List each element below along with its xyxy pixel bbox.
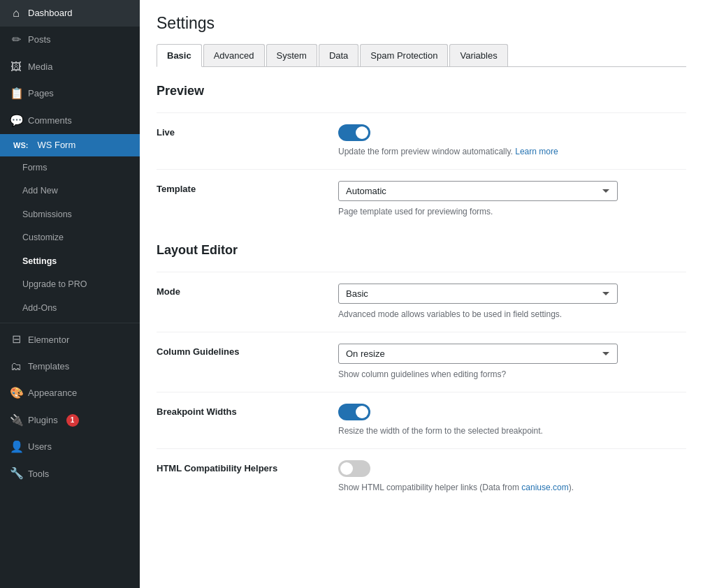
plugins-label: Plugins bbox=[28, 414, 58, 427]
column-guidelines-label: Column Guidelines bbox=[157, 344, 338, 357]
elementor-label: Elementor bbox=[28, 334, 69, 346]
template-help: Page template used for previewing forms. bbox=[338, 205, 686, 218]
caniuse-link[interactable]: caniuse.com bbox=[521, 483, 568, 492]
appearance-label: Appearance bbox=[28, 387, 77, 399]
tab-variables[interactable]: Variables bbox=[449, 44, 507, 66]
breakpoint-widths-toggle-slider bbox=[338, 404, 370, 420]
templates-label: Templates bbox=[28, 360, 69, 373]
sidebar-item-forms[interactable]: Forms bbox=[0, 156, 140, 180]
add-ons-label: Add-Ons bbox=[22, 302, 57, 315]
tools-icon: 🔧 bbox=[10, 466, 22, 481]
templates-icon: 🗂 bbox=[10, 359, 22, 374]
upgrade-label: Upgrade to PRO bbox=[22, 279, 87, 291]
main-content: Settings Basic Advanced System Data Spam… bbox=[140, 0, 703, 588]
tab-system[interactable]: System bbox=[266, 44, 317, 66]
sidebar-item-comments[interactable]: 💬 Comments bbox=[0, 108, 140, 134]
sidebar-item-submissions[interactable]: Submissions bbox=[0, 203, 140, 227]
live-help: Update the form preview window automatic… bbox=[338, 145, 686, 158]
column-guidelines-select[interactable]: On resize Always Never bbox=[338, 344, 618, 364]
template-label: Template bbox=[157, 181, 338, 194]
html-compatibility-control: Show HTML compatibility helper links (Da… bbox=[338, 460, 686, 494]
sidebar-item-add-new[interactable]: Add New bbox=[0, 179, 140, 203]
customize-label: Customize bbox=[22, 232, 64, 244]
layout-editor-section-title: Layout Editor bbox=[157, 243, 686, 258]
html-compatibility-help: Show HTML compatibility helper links (Da… bbox=[338, 481, 686, 494]
breakpoint-widths-label: Breakpoint Widths bbox=[157, 404, 338, 417]
sidebar-item-pages[interactable]: 📋 Pages bbox=[0, 80, 140, 107]
html-compatibility-row: HTML Compatibility Helpers Show HTML com… bbox=[157, 448, 686, 505]
elementor-icon: ⊟ bbox=[10, 332, 22, 347]
column-guidelines-help: Show column guidelines when editing form… bbox=[338, 368, 686, 381]
appearance-icon: 🎨 bbox=[10, 385, 22, 401]
sidebar-item-media[interactable]: 🖼 Media bbox=[0, 54, 140, 80]
plugins-badge: 1 bbox=[66, 414, 79, 427]
mode-help: Advanced mode allows variables to be use… bbox=[338, 308, 686, 321]
preview-section-title: Preview bbox=[157, 84, 686, 98]
forms-label: Forms bbox=[22, 162, 47, 175]
sidebar-item-posts[interactable]: ✏ Posts bbox=[0, 27, 140, 53]
live-control: Update the form preview window automatic… bbox=[338, 124, 686, 158]
live-help-text: Update the form preview window automatic… bbox=[338, 147, 513, 156]
sidebar-item-appearance[interactable]: 🎨 Appearance bbox=[0, 380, 140, 406]
sidebar-item-elementor[interactable]: ⊟ Elementor bbox=[0, 326, 140, 353]
sidebar-wsform-label: WS Form bbox=[37, 140, 75, 150]
live-row: Live Update the form preview window auto… bbox=[157, 112, 686, 169]
posts-icon: ✏ bbox=[10, 32, 22, 47]
breakpoint-widths-row: Breakpoint Widths Resize the width of th… bbox=[157, 392, 686, 448]
submissions-label: Submissions bbox=[22, 209, 72, 221]
media-icon: 🖼 bbox=[10, 59, 22, 75]
html-compatibility-label: HTML Compatibility Helpers bbox=[157, 460, 338, 473]
mode-select[interactable]: Basic Advanced bbox=[338, 284, 618, 304]
wsform-logo: WS: bbox=[10, 140, 31, 151]
settings-tabs: Basic Advanced System Data Spam Protecti… bbox=[157, 44, 686, 67]
sidebar-item-dashboard[interactable]: ⌂ Dashboard bbox=[0, 0, 140, 27]
mode-row: Mode Basic Advanced Advanced mode allows… bbox=[157, 272, 686, 332]
mode-label: Mode bbox=[157, 284, 338, 297]
tab-basic[interactable]: Basic bbox=[157, 44, 202, 67]
arrow-right-icon bbox=[127, 140, 133, 151]
add-new-label: Add New bbox=[22, 185, 58, 198]
mode-control: Basic Advanced Advanced mode allows vari… bbox=[338, 284, 686, 321]
column-guidelines-row: Column Guidelines On resize Always Never… bbox=[157, 332, 686, 392]
dashboard-icon: ⌂ bbox=[10, 6, 22, 21]
sidebar-item-tools[interactable]: 🔧 Tools bbox=[0, 460, 140, 487]
breakpoint-widths-toggle[interactable] bbox=[338, 404, 370, 420]
template-row: Template Automatic Default Full Width Bl… bbox=[157, 169, 686, 229]
sidebar-item-customize[interactable]: Customize bbox=[0, 226, 140, 250]
live-toggle[interactable] bbox=[338, 124, 370, 141]
html-compat-help-suffix: ). bbox=[569, 483, 574, 492]
sidebar-item-label: Posts bbox=[28, 34, 51, 46]
tools-label: Tools bbox=[28, 468, 49, 480]
template-select[interactable]: Automatic Default Full Width Blank bbox=[338, 181, 618, 201]
live-learn-more-link[interactable]: Learn more bbox=[515, 147, 558, 156]
column-guidelines-control: On resize Always Never Show column guide… bbox=[338, 344, 686, 381]
sidebar-item-wsform[interactable]: WS: WS Form bbox=[0, 134, 140, 156]
tab-advanced[interactable]: Advanced bbox=[203, 44, 265, 66]
users-icon: 👤 bbox=[10, 439, 22, 455]
comments-icon: 💬 bbox=[10, 113, 22, 128]
sidebar-item-label: Comments bbox=[28, 115, 72, 127]
html-compatibility-toggle[interactable] bbox=[338, 460, 370, 477]
content-wrap: Settings Basic Advanced System Data Spam… bbox=[140, 0, 703, 588]
sidebar-item-add-ons[interactable]: Add-Ons bbox=[0, 297, 140, 321]
live-label: Live bbox=[157, 124, 338, 138]
plugins-icon: 🔌 bbox=[10, 413, 22, 428]
sidebar-item-upgrade[interactable]: Upgrade to PRO bbox=[0, 273, 140, 297]
template-control: Automatic Default Full Width Blank Page … bbox=[338, 181, 686, 218]
settings-label: Settings bbox=[22, 256, 57, 268]
sidebar-divider bbox=[0, 323, 140, 323]
html-compatibility-toggle-slider bbox=[338, 460, 370, 477]
sidebar-item-label: Media bbox=[28, 61, 52, 73]
sidebar-item-label: Dashboard bbox=[28, 7, 73, 20]
live-toggle-slider bbox=[338, 124, 370, 141]
wsform-submenu: Forms Add New Submissions Customize Sett… bbox=[0, 156, 140, 321]
sidebar-item-users[interactable]: 👤 Users bbox=[0, 434, 140, 460]
sidebar-item-settings[interactable]: Settings bbox=[0, 250, 140, 274]
tab-spam-protection[interactable]: Spam Protection bbox=[360, 44, 448, 66]
pages-icon: 📋 bbox=[10, 86, 22, 101]
sidebar-item-templates[interactable]: 🗂 Templates bbox=[0, 353, 140, 380]
sidebar-item-label: Pages bbox=[28, 87, 54, 100]
sidebar-item-plugins[interactable]: 🔌 Plugins 1 bbox=[0, 407, 140, 434]
tab-data[interactable]: Data bbox=[319, 44, 358, 66]
page-title: Settings bbox=[157, 14, 686, 33]
